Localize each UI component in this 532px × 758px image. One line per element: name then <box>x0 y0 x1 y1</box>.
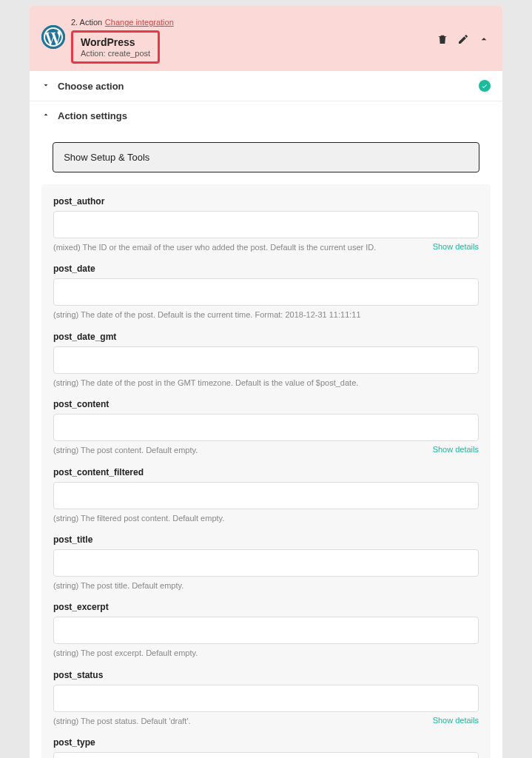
choose-action-section[interactable]: Choose action <box>30 71 502 101</box>
action-settings-label: Action settings <box>58 110 127 121</box>
field-label: post_date_gmt <box>53 332 479 342</box>
field-post_author: post_author(mixed) The ID or the email o… <box>53 196 479 253</box>
post_date-input[interactable] <box>53 278 479 306</box>
field-post_content: post_content(string) The post content. D… <box>53 399 479 456</box>
integration-title: WordPress <box>81 36 150 48</box>
field-label: post_status <box>53 670 479 680</box>
post_content-input[interactable] <box>53 414 479 441</box>
action-header: 2. Action Change integration WordPress A… <box>30 6 502 71</box>
field-post_status: post_status(string) The post status. Def… <box>53 670 479 727</box>
show-details-link[interactable]: Show details <box>433 716 479 725</box>
field-description: (string) The date of the post in the GMT… <box>53 378 479 389</box>
post_date_gmt-input[interactable] <box>53 346 479 374</box>
chevron-down-icon <box>41 81 50 92</box>
field-post_date_gmt: post_date_gmt(string) The date of the po… <box>53 332 479 389</box>
action-settings-section[interactable]: Action settings <box>30 101 502 130</box>
trash-icon[interactable] <box>436 33 449 46</box>
integration-subtitle: Action: create_post <box>81 49 150 58</box>
field-post_type: post_type(string) The post type. Default… <box>53 737 479 758</box>
post_status-input[interactable] <box>53 685 479 712</box>
chevron-up-icon[interactable] <box>477 33 491 46</box>
field-label: post_date <box>53 264 479 274</box>
field-description: (string) The post status. Default 'draft… <box>53 716 425 727</box>
field-description: (string) The post title. Default empty. <box>53 580 479 591</box>
field-description: (string) The filtered post content. Defa… <box>53 513 479 524</box>
step-label: 2. Action <box>71 18 102 27</box>
field-label: post_content_filtered <box>53 467 479 477</box>
field-label: post_title <box>53 534 479 545</box>
field-post_date: post_date(string) The date of the post. … <box>53 264 479 321</box>
integration-title-box: WordPress Action: create_post <box>71 30 160 64</box>
show-details-link[interactable]: Show details <box>433 242 479 251</box>
field-post_excerpt: post_excerpt(string) The post excerpt. D… <box>53 602 479 659</box>
post_type-input[interactable] <box>53 752 479 758</box>
post_content_filtered-input[interactable] <box>53 482 479 509</box>
change-integration-link[interactable]: Change integration <box>105 18 174 27</box>
check-icon <box>479 80 491 92</box>
show-details-link[interactable]: Show details <box>433 445 479 454</box>
post_title-input[interactable] <box>53 549 479 577</box>
field-post_content_filtered: post_content_filtered(string) The filter… <box>53 467 479 524</box>
field-description: (mixed) The ID or the email of the user … <box>53 242 425 253</box>
pencil-icon[interactable] <box>457 33 470 46</box>
post_author-input[interactable] <box>53 211 479 238</box>
show-setup-tools-button[interactable]: Show Setup & Tools <box>53 142 479 172</box>
field-description: (string) The post excerpt. Default empty… <box>53 648 479 659</box>
field-label: post_content <box>53 399 479 409</box>
field-description: (string) The post content. Default empty… <box>53 445 425 456</box>
field-label: post_type <box>53 737 479 748</box>
field-label: post_author <box>53 196 479 207</box>
post_excerpt-input[interactable] <box>53 617 479 644</box>
wordpress-logo-icon <box>41 25 65 49</box>
field-description: (string) The date of the post. Default i… <box>53 309 479 321</box>
fields-panel: post_author(mixed) The ID or the email o… <box>41 184 491 758</box>
field-post_title: post_title(string) The post title. Defau… <box>53 534 479 591</box>
chevron-up-icon <box>41 110 50 121</box>
field-label: post_excerpt <box>53 602 479 612</box>
choose-action-label: Choose action <box>58 81 124 92</box>
